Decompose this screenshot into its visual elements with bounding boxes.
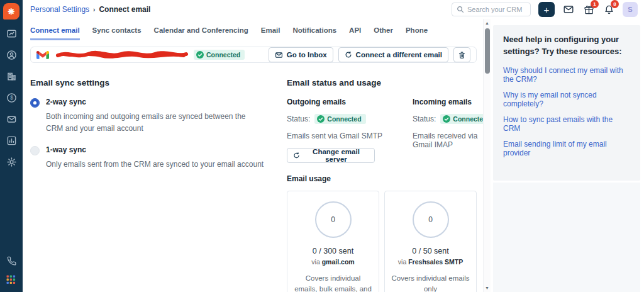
user-avatar[interactable]: S (623, 2, 638, 17)
left-nav-rail: ❋ $ (0, 0, 23, 292)
app-window: ❋ $ (0, 0, 644, 292)
app-switcher-icon[interactable] (6, 275, 17, 286)
help-link-why-connect[interactable]: Why should I connect my email with the C… (503, 66, 630, 84)
top-bar: Personal Settings › Connect email + (23, 0, 644, 19)
settings-icon[interactable] (6, 157, 17, 167)
radio-2way-sync[interactable] (30, 98, 40, 108)
incoming-status-label: Status: (413, 115, 436, 123)
usage-description: Covers individual emails, bulk emails, a… (294, 273, 372, 292)
help-link-not-synced[interactable]: Why is my email not synced completely? (503, 91, 630, 108)
phone-icon[interactable] (6, 256, 17, 266)
usage-count-circle: 0 (315, 201, 352, 238)
tab-calendar-conferencing[interactable]: Calendar and Conferencing (154, 26, 248, 40)
tab-other[interactable]: Other (374, 26, 393, 40)
check-circle-icon (443, 115, 450, 123)
usage-count-circle: 0 (413, 201, 449, 238)
outgoing-emails-block: Outgoing emails Status: Connected Emails… (287, 98, 375, 163)
change-email-server-button[interactable]: Change email server (287, 148, 375, 163)
usage-card-freshsales-smtp[interactable]: 0 0 / 50 sent via Freshsales SMTP Covers… (384, 191, 477, 292)
2way-sync-label[interactable]: 2-way sync (46, 98, 264, 106)
usage-description: Covers individual emails only (391, 273, 470, 292)
whats-new-gift-icon[interactable]: 1 (582, 3, 595, 16)
accounts-icon[interactable] (6, 71, 17, 82)
deals-icon[interactable]: $ (6, 93, 17, 103)
gmail-logo-icon (36, 50, 49, 60)
incoming-emails-block: Incoming emails Status: Connected Emails… (413, 98, 492, 163)
refresh-icon (293, 152, 300, 159)
2way-sync-description: Both incoming and outgoing emails are sy… (46, 111, 264, 134)
help-link-sync-past[interactable]: How to sync past emails with the CRM (503, 115, 630, 133)
connected-account-card: Connected Go to Inbox (30, 47, 477, 63)
sales-activities-icon[interactable] (6, 28, 17, 39)
scrollbar-thumb[interactable] (485, 28, 490, 74)
gift-badge-count: 1 (591, 0, 599, 8)
check-circle-icon (317, 115, 325, 123)
content-scrollbar[interactable]: ▲ ▼ (483, 19, 491, 292)
help-panel-background (493, 182, 640, 292)
breadcrumb-current: Connect email (99, 5, 150, 14)
svg-text:$: $ (10, 94, 13, 101)
search-icon (457, 6, 464, 13)
analytics-icon[interactable] (6, 135, 17, 146)
envelope-icon (275, 51, 283, 59)
outgoing-title: Outgoing emails (287, 98, 375, 106)
quick-add-button[interactable]: + (538, 2, 555, 17)
scroll-down-arrow[interactable]: ▼ (485, 284, 489, 292)
notifications-bell-icon[interactable]: 8 (602, 3, 615, 16)
email-sync-settings-section: Email sync settings 2-way sync Both inco… (30, 78, 264, 292)
outgoing-detail: Emails sent via Gmail SMTP (287, 132, 375, 140)
tab-api[interactable]: API (349, 26, 361, 40)
settings-tab-bar: Connect email Sync contacts Calendar and… (23, 19, 483, 40)
connect-different-email-button[interactable]: Connect a different email (338, 47, 448, 62)
contacts-icon[interactable] (6, 50, 17, 60)
scroll-up-arrow[interactable]: ▲ (485, 19, 489, 27)
redacted-email-address (55, 50, 189, 59)
outgoing-status-label: Status: (287, 115, 310, 123)
tab-connect-email[interactable]: Connect email (30, 26, 80, 40)
breadcrumb-separator: › (93, 6, 95, 13)
usage-sent-text: 0 / 300 sent (313, 247, 353, 256)
search-input[interactable] (467, 6, 526, 13)
freshworks-logo[interactable]: ❋ (3, 3, 19, 20)
tab-email[interactable]: Email (261, 26, 280, 40)
connection-status-badge: Connected (194, 50, 245, 60)
breadcrumb: Personal Settings › Connect email (30, 5, 150, 14)
trash-icon (458, 51, 466, 59)
inbox-icon[interactable] (562, 3, 575, 16)
sync-option-1way: 1-way sync Only emails sent from the CRM… (30, 145, 264, 171)
1way-sync-description: Only emails sent from the CRM are synced… (46, 159, 264, 171)
incoming-detail: Emails received via Gmail IMAP (413, 132, 492, 149)
status-usage-title: Email status and usage (287, 78, 477, 87)
email-icon[interactable] (6, 114, 17, 125)
tab-sync-contacts[interactable]: Sync contacts (92, 26, 142, 40)
bell-badge-count: 8 (611, 0, 619, 8)
help-panel: Need help in configuring your settings? … (491, 19, 644, 292)
incoming-title: Incoming emails (413, 98, 492, 106)
sync-option-2way: 2-way sync Both incoming and outgoing em… (30, 98, 264, 134)
global-search[interactable] (452, 3, 531, 16)
usage-sent-text: 0 / 50 sent (412, 247, 448, 256)
radio-1way-sync[interactable] (30, 146, 40, 155)
outgoing-status-badge: Connected (314, 114, 365, 124)
go-to-inbox-button[interactable]: Go to Inbox (269, 47, 333, 62)
usage-card-gmail: 0 0 / 300 sent via gmail.com Covers indi… (287, 191, 379, 292)
check-circle-icon (196, 51, 204, 59)
help-resources-card: Need help in configuring your settings? … (493, 25, 640, 181)
email-usage-title: Email usage (287, 174, 477, 183)
sync-settings-title: Email sync settings (30, 78, 264, 87)
usage-via-text: via gmail.com (311, 258, 354, 266)
settings-content: Connect email Sync contacts Calendar and… (23, 19, 483, 292)
help-title: Need help in configuring your settings? … (503, 34, 630, 58)
refresh-icon (345, 51, 352, 59)
delete-connection-button[interactable] (453, 47, 470, 62)
help-link-sending-limit[interactable]: Email sending limit of my email provider (503, 140, 630, 157)
tab-phone[interactable]: Phone (406, 26, 428, 40)
email-status-usage-section: Email status and usage Outgoing emails S… (287, 78, 477, 292)
tab-notifications[interactable]: Notifications (292, 26, 336, 40)
breadcrumb-parent-link[interactable]: Personal Settings (30, 5, 89, 14)
usage-via-text: via Freshsales SMTP (398, 258, 463, 266)
1way-sync-label[interactable]: 1-way sync (46, 145, 264, 154)
